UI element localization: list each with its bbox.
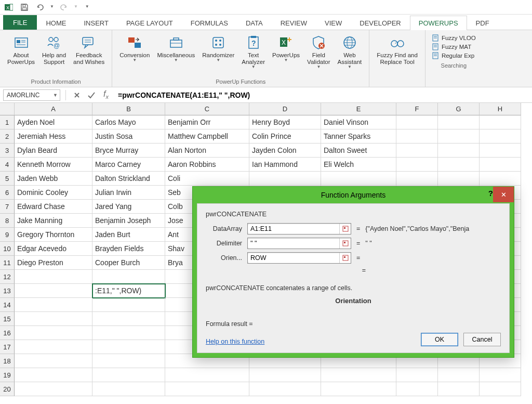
range-selector-icon[interactable]	[339, 238, 351, 249]
cell[interactable]	[480, 382, 521, 396]
save-icon[interactable]	[19, 2, 30, 13]
close-icon[interactable]: ✕	[493, 187, 514, 202]
row-header[interactable]: 18	[0, 354, 15, 368]
tab-file[interactable]: FILE	[3, 15, 37, 30]
cell[interactable]	[15, 298, 92, 312]
column-header[interactable]: G	[438, 103, 480, 115]
cell[interactable]: Jaden Burt	[92, 228, 165, 242]
cell[interactable]	[15, 284, 92, 298]
cell[interactable]: Dalton Strickland	[92, 172, 165, 186]
column-header[interactable]: B	[92, 103, 165, 115]
powerups-button[interactable]: X PowerUps ▼	[269, 32, 303, 64]
undo-icon[interactable]	[34, 2, 46, 13]
cell[interactable]	[92, 312, 165, 326]
cell[interactable]: Kenneth Morrow	[15, 158, 92, 172]
cell[interactable]: Edward Chase	[15, 200, 92, 214]
help-support-button[interactable]: @ Help andSupport	[39, 32, 69, 68]
cell[interactable]	[321, 382, 396, 396]
cell[interactable]	[396, 368, 438, 382]
cell[interactable]	[92, 354, 165, 368]
column-header[interactable]: D	[249, 103, 321, 115]
cell[interactable]	[396, 172, 438, 186]
row-header[interactable]: 19	[0, 368, 15, 382]
cell[interactable]: Alan Norton	[165, 144, 249, 158]
row-header[interactable]: 13	[0, 284, 15, 298]
cell[interactable]: Jeremiah Hess	[15, 129, 92, 144]
cell[interactable]: Bryce Murray	[92, 144, 165, 158]
cell[interactable]	[396, 129, 438, 144]
cell[interactable]	[165, 368, 249, 382]
cell[interactable]	[165, 382, 249, 396]
fx-icon[interactable]: fx	[100, 89, 112, 101]
redo-dropdown-icon[interactable]: ▼	[74, 4, 78, 9]
cell[interactable]: Edgar Acevedo	[15, 242, 92, 256]
row-header[interactable]: 9	[0, 228, 15, 242]
cell[interactable]: Henry Boyd	[249, 115, 321, 129]
row-header[interactable]: 3	[0, 144, 15, 158]
misc-button[interactable]: Miscellaneous ▼	[154, 32, 198, 64]
cell[interactable]	[438, 144, 480, 158]
cell[interactable]	[15, 270, 92, 284]
cell[interactable]	[92, 326, 165, 340]
cell[interactable]: Justin Sosa	[92, 129, 165, 144]
dataarray-input[interactable]	[248, 225, 339, 232]
cancel-formula-icon[interactable]	[71, 89, 83, 101]
cell[interactable]	[438, 172, 480, 186]
cell[interactable]	[396, 382, 438, 396]
cell[interactable]	[480, 144, 521, 158]
row-header[interactable]: 7	[0, 200, 15, 214]
row-header[interactable]: 1	[0, 115, 15, 129]
regex-button[interactable]: Regular Exp	[432, 52, 476, 59]
cell[interactable]: Benjamin Joseph	[92, 214, 165, 228]
cell[interactable]	[480, 115, 521, 129]
cell[interactable]	[15, 354, 92, 368]
cell[interactable]: Jake Manning	[15, 214, 92, 228]
cell[interactable]: Coli	[165, 172, 249, 186]
cell[interactable]: Dylan Beard	[15, 144, 92, 158]
cancel-button[interactable]: Cancel	[463, 333, 501, 346]
cell[interactable]: Benjamin Orr	[165, 115, 249, 129]
about-powerups-button[interactable]: AboutPowerUps	[4, 32, 38, 68]
cell[interactable]	[396, 158, 438, 172]
ok-button[interactable]: OK	[421, 333, 458, 346]
cell[interactable]: Carlos Mayo	[92, 115, 165, 129]
fuzzy-find-button[interactable]: Fuzzy Find andReplace Tool	[374, 32, 421, 68]
cell[interactable]	[321, 368, 396, 382]
cell[interactable]	[438, 129, 480, 144]
cell[interactable]	[480, 158, 521, 172]
range-selector-icon[interactable]	[339, 253, 351, 263]
cell[interactable]: Tanner Sparks	[321, 129, 396, 144]
cell[interactable]	[92, 340, 165, 354]
row-header[interactable]: 20	[0, 382, 15, 396]
cell[interactable]	[480, 368, 521, 382]
cell[interactable]	[92, 270, 165, 284]
cell[interactable]: :E11," ",ROW)	[92, 284, 165, 298]
cell[interactable]	[15, 340, 92, 354]
dialog-titlebar[interactable]: Function Arguments ? ✕	[193, 187, 514, 203]
row-header[interactable]: 2	[0, 129, 15, 144]
cell[interactable]: Dalton Sweet	[321, 144, 396, 158]
cell[interactable]	[15, 382, 92, 396]
web-assistant-button[interactable]: WebAssistant ▼	[335, 32, 365, 71]
row-header[interactable]: 8	[0, 214, 15, 228]
cell[interactable]	[480, 129, 521, 144]
select-all-corner[interactable]	[0, 103, 15, 115]
row-header[interactable]: 17	[0, 340, 15, 354]
tab-formulas[interactable]: FORMULAS	[182, 16, 237, 30]
row-header[interactable]: 12	[0, 270, 15, 284]
row-header[interactable]: 6	[0, 186, 15, 200]
cell[interactable]: Julian Irwin	[92, 186, 165, 200]
cell[interactable]: Cooper Burch	[92, 256, 165, 270]
cell[interactable]	[249, 382, 321, 396]
name-box[interactable]: AMORLINC ▼	[3, 89, 60, 101]
column-header[interactable]: C	[165, 103, 249, 115]
cell[interactable]	[321, 172, 396, 186]
tab-home[interactable]: HOME	[37, 16, 75, 30]
row-header[interactable]: 4	[0, 158, 15, 172]
range-selector-icon[interactable]	[339, 224, 351, 234]
undo-dropdown-icon[interactable]: ▼	[50, 4, 54, 9]
tab-pdf[interactable]: PDF	[467, 16, 498, 30]
row-header[interactable]: 10	[0, 242, 15, 256]
cell[interactable]	[15, 368, 92, 382]
text-analyzer-button[interactable]: ? TextAnalyzer ▼	[238, 32, 268, 71]
